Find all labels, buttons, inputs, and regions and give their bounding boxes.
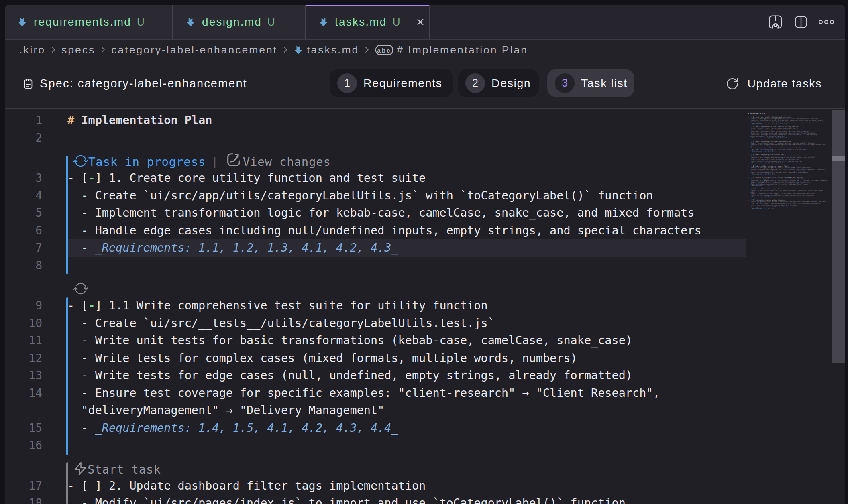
code-line: 1# Implementation Plan xyxy=(5,112,746,129)
task-in-progress-bar xyxy=(66,156,68,274)
step-number: 1 xyxy=(337,73,357,93)
line-number: 15 xyxy=(5,419,42,437)
tab-label: tasks.md xyxy=(335,16,387,28)
line-number: 8 xyxy=(5,257,42,274)
code-line: 6 - Handle edge cases including null/und… xyxy=(5,222,746,240)
update-tasks-button[interactable]: Update tasks xyxy=(726,59,822,108)
code-line: "deliveryManagement" → "Delivery Managem… xyxy=(5,402,746,419)
spec-title-label: Spec: category-label-enhancement xyxy=(40,77,247,90)
breadcrumb-label: # Implementation Plan xyxy=(397,44,528,56)
overview-cursor-marker xyxy=(832,156,845,161)
refresh-icon xyxy=(726,77,739,91)
breadcrumb-separator xyxy=(100,45,107,54)
line-content: - Create `ui/src/__tests__/utils/categor… xyxy=(67,315,495,332)
minimap-line: - _Requirements: 2.3, 3.3, 4.4_ xyxy=(748,207,831,209)
codelens-label: View changes xyxy=(243,154,331,169)
split-editor-icon[interactable] xyxy=(793,14,809,30)
breadcrumb-item[interactable]: category-label-enhancement xyxy=(111,44,277,56)
line-content: - Implement transformation logic for keb… xyxy=(67,204,694,222)
codelens-action[interactable]: Start task xyxy=(73,461,161,477)
more-actions-icon[interactable] xyxy=(819,19,834,25)
code-line: 7 - _Requirements: 1.1, 1.2, 1.3, 4.1, 4… xyxy=(5,239,746,257)
editor-group-card: requirements.md U design.md U tasks.md U xyxy=(5,5,845,504)
code-line: 13 - Write tests for edge cases (null, u… xyxy=(5,367,746,384)
code-line: 18 - Modify `ui/src/pages/index.js` to i… xyxy=(5,494,746,504)
line-content: - Create `ui/src/app/utils/categoryLabel… xyxy=(67,187,653,205)
tab-bar: requirements.md U design.md U tasks.md U xyxy=(5,5,845,40)
line-content: - Handle edge cases including null/undef… xyxy=(67,222,701,240)
line-number: 11 xyxy=(5,332,42,350)
start-task-zap-icon xyxy=(73,461,88,476)
breadcrumb-item[interactable]: specs xyxy=(61,44,95,56)
tab-requirements-md[interactable]: requirements.md U xyxy=(5,5,173,39)
markdown-file-icon xyxy=(186,16,196,28)
code-token: - Handle edge cases including null/undef… xyxy=(67,224,701,237)
tab-design-md[interactable]: design.md U xyxy=(173,5,306,39)
code-token: ] 1.1 Write comprehensive test suite for… xyxy=(95,299,488,312)
codelens-row: Task in progress|View changes xyxy=(5,146,746,169)
code-line: 16 xyxy=(5,437,746,454)
codelens-row xyxy=(5,274,746,297)
markdown-file-icon xyxy=(318,16,328,28)
code-token: _Requirements: 1.1, 1.2, 1.3, 4.1, 4.2, … xyxy=(95,241,398,254)
step-pill-task-list[interactable]: 3 Task list xyxy=(547,69,634,97)
code-token: - Implement transformation logic for keb… xyxy=(67,206,694,219)
code-line: 5 - Implement transformation logic for k… xyxy=(5,204,746,222)
code-line: 4 - Create `ui/src/app/utils/categoryLab… xyxy=(5,187,746,205)
minimap[interactable]: # Implementation Plan - [-] 1. Create co… xyxy=(748,113,831,504)
breadcrumb-item[interactable]: .kiro xyxy=(19,44,45,56)
line-content: - [-] 1. Create core utility function an… xyxy=(67,169,426,187)
line-content: - Write tests for edge cases (null, unde… xyxy=(67,367,632,384)
codelens-label: Start task xyxy=(88,462,161,477)
step-number: 2 xyxy=(465,73,485,93)
code-area[interactable]: 1# Implementation Plan2Task in progress|… xyxy=(5,110,746,504)
code-token: - Write tests for edge cases (null, unde… xyxy=(67,369,632,382)
breadcrumb-item[interactable]: abc# Implementation Plan xyxy=(375,44,528,56)
git-status-badge: U xyxy=(267,16,275,28)
spec-bar: Spec: category-label-enhancement 1 Requi… xyxy=(5,59,845,108)
tab-label: requirements.md xyxy=(34,16,131,28)
line-content: - Write tests for complex cases (mixed f… xyxy=(67,350,577,367)
breadcrumb-separator xyxy=(282,45,289,54)
line-number: 10 xyxy=(5,315,42,332)
kiro-ghost-icon[interactable] xyxy=(767,14,783,30)
code-token: - xyxy=(67,421,95,435)
breadcrumb-item[interactable]: tasks.md xyxy=(294,44,359,56)
step-label: Task list xyxy=(581,77,628,90)
code-token: - [ xyxy=(67,171,88,185)
code-token: - [ ] 2. Update dashboard filter tags im… xyxy=(67,479,426,492)
step-label: Requirements xyxy=(363,77,442,90)
line-number: 5 xyxy=(5,204,42,222)
step-number: 3 xyxy=(555,73,575,93)
scrollbar-thumb[interactable] xyxy=(832,110,845,363)
spec-title: Spec: category-label-enhancement xyxy=(23,59,247,108)
view-changes-icon xyxy=(224,151,243,169)
line-number: 17 xyxy=(5,477,42,495)
update-tasks-label: Update tasks xyxy=(747,77,822,90)
line-number: 13 xyxy=(5,367,42,384)
codelens-action[interactable]: Task in progress xyxy=(73,153,206,169)
line-number: 2 xyxy=(5,129,42,147)
line-number: 7 xyxy=(5,239,42,257)
tab-tasks-md[interactable]: tasks.md U xyxy=(306,5,430,39)
code-line: 11 - Write unit tests for basic transfor… xyxy=(5,332,746,350)
code-line: 9- [-] 1.1 Write comprehensive test suit… xyxy=(5,297,746,315)
editor-pane[interactable]: 1# Implementation Plan2Task in progress|… xyxy=(5,110,845,504)
code-line: 14 - Ensure test coverage for specific e… xyxy=(5,384,746,402)
git-status-badge: U xyxy=(393,16,400,28)
breadcrumb-separator xyxy=(363,45,371,54)
step-pill-design[interactable]: 2 Design xyxy=(458,69,539,97)
task-in-progress-bar xyxy=(66,297,68,455)
vertical-scrollbar[interactable] xyxy=(832,110,845,504)
minimap-line: - Replace direct category name rendering… xyxy=(748,144,831,145)
code-token: - Write unit tests for basic transformat… xyxy=(67,334,632,347)
code-line: 3- [-] 1. Create core utility function a… xyxy=(5,169,746,187)
close-icon[interactable] xyxy=(416,18,425,26)
step-pill-requirements[interactable]: 1 Requirements xyxy=(330,69,453,97)
line-number: 12 xyxy=(5,350,42,367)
line-content: - Write unit tests for basic transformat… xyxy=(67,332,632,350)
codelens-action[interactable]: View changes xyxy=(224,151,331,169)
code-token: - Ensure test coverage for specific exam… xyxy=(67,386,660,400)
code-line: 8 xyxy=(5,257,746,274)
code-line: 15 - _Requirements: 1.4, 1.5, 4.1, 4.2, … xyxy=(5,419,746,437)
